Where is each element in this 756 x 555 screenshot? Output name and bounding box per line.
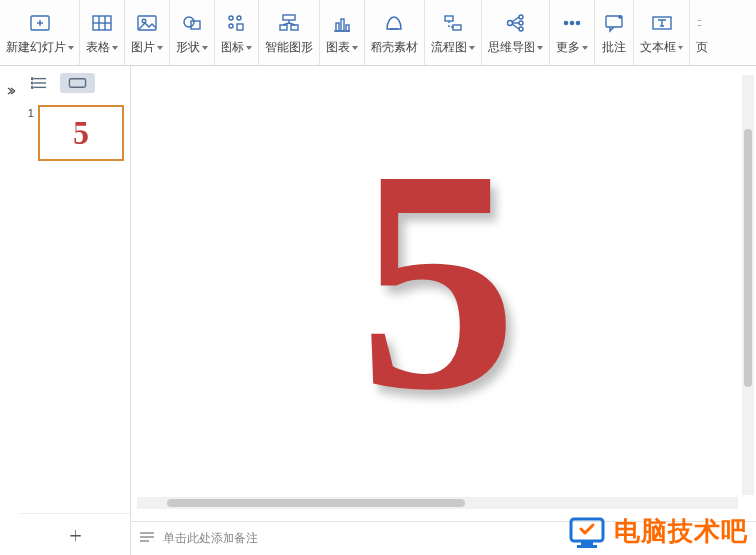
textbox-icon: [649, 11, 675, 35]
smartart-label: 智能图形: [265, 39, 313, 56]
smartart-button[interactable]: 智能图形: [259, 0, 320, 65]
svg-rect-22: [336, 23, 339, 31]
docer-icon: [381, 11, 407, 35]
svg-line-20: [289, 23, 295, 25]
header-footer-label: 页: [696, 39, 708, 56]
notes-bar[interactable]: 单击此处添加备注: [131, 521, 756, 555]
svg-rect-14: [237, 24, 243, 30]
flowchart-button[interactable]: 流程图: [425, 0, 482, 65]
mindmap-icon: [503, 11, 529, 35]
slide-thumbnail-1[interactable]: 1 5: [26, 105, 124, 161]
slide-number-shape[interactable]: 5: [359, 120, 518, 438]
more-button[interactable]: 更多: [550, 0, 595, 65]
comment-button[interactable]: 批注: [595, 0, 634, 65]
svg-rect-26: [445, 16, 453, 21]
icon-label: 图标: [221, 39, 244, 56]
horizontal-scrollbar[interactable]: [137, 497, 738, 509]
slide-panel: 1 5 ＋: [20, 66, 131, 555]
svg-rect-17: [291, 25, 298, 30]
new-slide-label: 新建幻灯片: [6, 39, 66, 56]
chart-label: 图表: [326, 39, 350, 56]
insert-ribbon: 新建幻灯片 表格 图片 形状 图标 智能图形 图表 稻壳素材 流程图 思维导图: [0, 0, 756, 66]
horizontal-scroll-thumb[interactable]: [167, 499, 465, 507]
svg-rect-24: [346, 25, 349, 31]
svg-line-19: [283, 23, 289, 25]
table-icon: [89, 11, 115, 35]
icon-button[interactable]: 图标: [215, 0, 259, 65]
header-footer-partial[interactable]: 页: [690, 0, 710, 65]
chart-icon: [329, 11, 355, 35]
svg-point-29: [519, 15, 523, 19]
outline-view-button[interactable]: [26, 73, 54, 93]
mindmap-label: 思维导图: [488, 39, 535, 56]
thumbnail-view-button[interactable]: [60, 73, 95, 93]
vertical-scroll-thumb[interactable]: [744, 129, 752, 387]
notes-placeholder: 单击此处添加备注: [163, 530, 258, 547]
svg-point-30: [519, 21, 523, 25]
svg-point-28: [508, 21, 513, 26]
thumb-content: 5: [73, 114, 89, 152]
svg-rect-15: [283, 15, 295, 20]
svg-point-49: [31, 87, 33, 89]
shape-label: 形状: [176, 39, 200, 56]
svg-point-8: [142, 19, 146, 23]
new-slide-icon: [27, 11, 53, 35]
chart-button[interactable]: 图表: [320, 0, 365, 65]
canvas-wrap: 5: [131, 66, 756, 521]
svg-point-12: [237, 16, 241, 20]
shape-icon: [179, 11, 205, 35]
comment-icon: [601, 11, 627, 35]
work-area: 1 5 ＋ 5 单击此处添加备注: [0, 66, 756, 555]
picture-icon: [134, 11, 160, 35]
gutter: [0, 66, 20, 555]
svg-point-36: [570, 21, 573, 24]
thumbnail-list: 1 5: [20, 101, 130, 513]
shape-button[interactable]: 形状: [170, 0, 215, 65]
svg-point-31: [519, 27, 523, 31]
docer-label: 稻壳素材: [371, 39, 418, 56]
svg-line-34: [512, 24, 519, 29]
svg-line-32: [512, 17, 519, 22]
textbox-label: 文本框: [640, 39, 676, 56]
svg-point-13: [229, 24, 233, 28]
table-label: 表格: [86, 39, 110, 56]
mindmap-button[interactable]: 思维导图: [482, 0, 550, 65]
svg-point-11: [229, 16, 233, 20]
textbox-button[interactable]: 文本框: [634, 0, 690, 65]
picture-label: 图片: [131, 39, 155, 56]
svg-point-47: [31, 78, 33, 80]
comment-label: 批注: [602, 39, 626, 56]
plus-icon: ＋: [65, 520, 86, 550]
more-label: 更多: [556, 39, 580, 56]
svg-rect-23: [341, 19, 344, 31]
new-slide-button[interactable]: 新建幻灯片: [0, 0, 80, 65]
flowchart-label: 流程图: [431, 39, 467, 56]
svg-rect-50: [69, 79, 85, 88]
header-footer-icon: [697, 11, 707, 35]
main-area: 5 单击此处添加备注: [131, 66, 756, 555]
vertical-scrollbar[interactable]: [742, 75, 754, 495]
slide-canvas[interactable]: 5: [137, 75, 738, 495]
notes-icon: [139, 531, 155, 546]
flowchart-icon: [440, 11, 466, 35]
svg-point-9: [184, 17, 194, 27]
table-button[interactable]: 表格: [80, 0, 125, 65]
svg-point-48: [31, 82, 33, 84]
picture-button[interactable]: 图片: [125, 0, 170, 65]
svg-point-35: [564, 21, 567, 24]
more-icon: [559, 11, 585, 35]
svg-point-37: [576, 21, 579, 24]
svg-rect-27: [453, 25, 461, 30]
slide-index: 1: [26, 105, 34, 161]
smartart-icon: [276, 11, 302, 35]
collapse-panel-button[interactable]: [5, 85, 15, 99]
docer-button[interactable]: 稻壳素材: [365, 0, 425, 65]
svg-rect-16: [280, 25, 287, 30]
icons-icon: [224, 11, 249, 35]
panel-toolbar: [20, 66, 130, 101]
add-slide-button[interactable]: ＋: [20, 513, 130, 555]
